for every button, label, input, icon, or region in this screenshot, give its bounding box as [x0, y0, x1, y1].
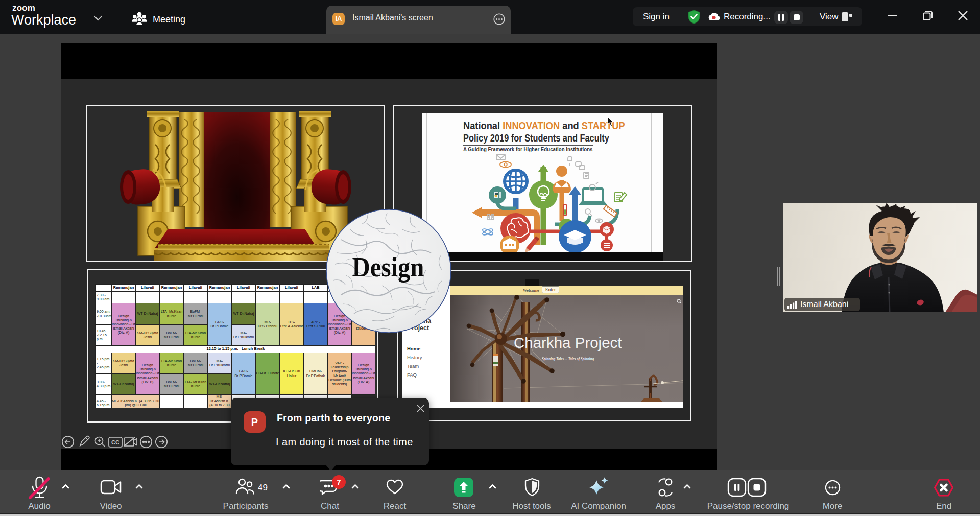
svg-text:CC: CC	[111, 439, 119, 445]
svg-text:Design: Design	[352, 252, 424, 283]
